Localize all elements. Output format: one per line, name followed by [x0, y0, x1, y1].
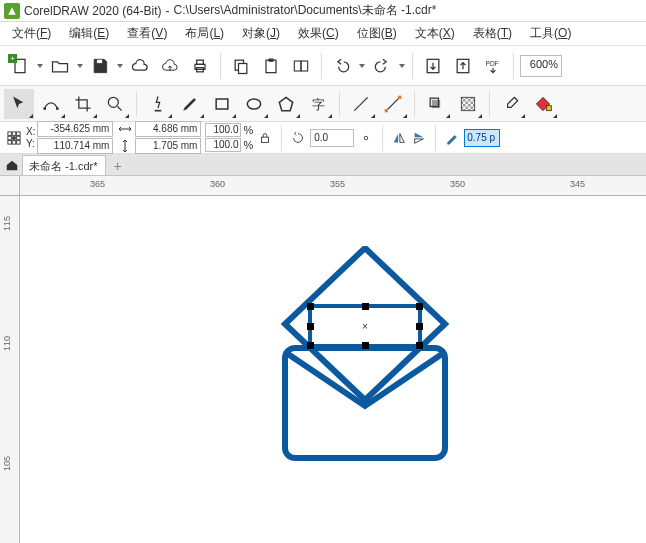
cloud-upload-button[interactable]: [156, 52, 184, 80]
app-logo-icon: [4, 3, 20, 19]
x-position-input[interactable]: -354.625 mm: [37, 121, 113, 137]
handle-top-middle[interactable]: [362, 303, 369, 310]
x-label: X:: [26, 126, 35, 137]
polygon-tool[interactable]: [271, 89, 301, 119]
svg-rect-13: [44, 107, 47, 110]
undo-dropdown[interactable]: [358, 52, 366, 80]
svg-text:PDF: PDF: [486, 60, 499, 67]
new-document-button[interactable]: +: [6, 52, 34, 80]
svg-rect-36: [17, 140, 21, 144]
object-origin-icon[interactable]: [6, 130, 22, 146]
open-button[interactable]: [46, 52, 74, 80]
svg-rect-28: [8, 131, 12, 135]
property-bar: X: Y: -354.625 mm 110.714 mm 4.686 mm 1.…: [0, 122, 646, 154]
document-tab-active[interactable]: 未命名 -1.cdr*: [22, 155, 106, 175]
svg-rect-31: [8, 136, 12, 140]
save-button[interactable]: [86, 52, 114, 80]
open-dropdown[interactable]: [76, 52, 84, 80]
svg-rect-8: [294, 61, 301, 71]
y-position-input[interactable]: 110.714 mm: [37, 138, 113, 154]
pick-tool[interactable]: [4, 89, 34, 119]
handle-middle-right[interactable]: [416, 323, 423, 330]
svg-rect-29: [12, 131, 16, 135]
menu-tools[interactable]: 工具(O): [522, 22, 579, 45]
lock-ratio-button[interactable]: [257, 130, 273, 146]
y-label: Y:: [26, 138, 35, 149]
import-button[interactable]: [419, 52, 447, 80]
redo-button[interactable]: [368, 52, 396, 80]
handle-top-right[interactable]: [416, 303, 423, 310]
save-dropdown[interactable]: [116, 52, 124, 80]
canvas[interactable]: ×: [20, 196, 646, 543]
svg-rect-34: [8, 140, 12, 144]
menu-layout[interactable]: 布局(L): [177, 22, 232, 45]
interactive-fill-tool[interactable]: [528, 89, 558, 119]
menu-table[interactable]: 表格(T): [465, 22, 520, 45]
outline-width-input[interactable]: 0.75 p: [464, 129, 500, 147]
publish-pdf-button[interactable]: PDF: [479, 52, 507, 80]
handle-top-left[interactable]: [307, 303, 314, 310]
add-tab-button[interactable]: +: [108, 157, 126, 175]
zoom-tool[interactable]: [100, 89, 130, 119]
svg-rect-14: [56, 107, 59, 110]
menu-text[interactable]: 文本(X): [407, 22, 463, 45]
width-input[interactable]: 4.686 mm: [135, 121, 201, 137]
scale-y-input[interactable]: 100.0: [205, 138, 241, 152]
svg-rect-30: [17, 131, 21, 135]
menu-view[interactable]: 查看(V): [119, 22, 175, 45]
handle-bottom-left[interactable]: [307, 342, 314, 349]
cloud-button[interactable]: [126, 52, 154, 80]
handle-bottom-right[interactable]: [416, 342, 423, 349]
copy-button[interactable]: [227, 52, 255, 80]
home-icon[interactable]: [4, 157, 20, 173]
duplicate-button[interactable]: [287, 52, 315, 80]
svg-rect-2: [197, 60, 204, 64]
handle-middle-left[interactable]: [307, 323, 314, 330]
width-icon: [117, 121, 133, 137]
connector-tool[interactable]: [378, 89, 408, 119]
shape-tool[interactable]: [36, 89, 66, 119]
ellipse-tool[interactable]: [239, 89, 269, 119]
drop-shadow-tool[interactable]: [421, 89, 451, 119]
eyedropper-tool[interactable]: [496, 89, 526, 119]
menu-edit[interactable]: 编辑(E): [61, 22, 117, 45]
menu-effect[interactable]: 效果(C): [290, 22, 347, 45]
menu-file[interactable]: 文件(F): [4, 22, 59, 45]
scale-x-input[interactable]: 100.0: [205, 123, 241, 137]
text-tool[interactable]: 字: [303, 89, 333, 119]
tab-label: 未命名 -1.cdr*: [29, 159, 97, 174]
menu-object[interactable]: 对象(J): [234, 22, 288, 45]
workspace: 365 360 355 350 345 115 110 105: [0, 176, 646, 543]
rotation-center-icon[interactable]: [358, 130, 374, 146]
height-input[interactable]: 1.705 mm: [135, 138, 201, 154]
export-button[interactable]: [449, 52, 477, 80]
crop-tool[interactable]: [68, 89, 98, 119]
new-document-dropdown[interactable]: [36, 52, 44, 80]
transparency-tool[interactable]: [453, 89, 483, 119]
svg-point-17: [247, 99, 260, 109]
menu-bitmap[interactable]: 位图(B): [349, 22, 405, 45]
ruler-horizontal[interactable]: 365 360 355 350 345: [20, 176, 646, 196]
svg-rect-7: [269, 58, 274, 61]
artistic-media-tool[interactable]: [175, 89, 205, 119]
ruler-corner[interactable]: [0, 176, 20, 196]
standard-toolbar: + PDF 600%: [0, 46, 646, 86]
undo-button[interactable]: [328, 52, 356, 80]
zoom-level-input[interactable]: 600%: [520, 55, 562, 77]
mirror-horizontal-button[interactable]: [391, 130, 407, 146]
outline-pen-icon[interactable]: [444, 130, 460, 146]
redo-dropdown[interactable]: [398, 52, 406, 80]
paste-button[interactable]: [257, 52, 285, 80]
rectangle-tool[interactable]: [207, 89, 237, 119]
freehand-tool[interactable]: [143, 89, 173, 119]
selection-bounds[interactable]: ×: [310, 306, 420, 346]
print-button[interactable]: [186, 52, 214, 80]
parallel-dimension-tool[interactable]: [346, 89, 376, 119]
menu-bar: 文件(F) 编辑(E) 查看(V) 布局(L) 对象(J) 效果(C) 位图(B…: [0, 22, 646, 46]
mirror-vertical-button[interactable]: [411, 130, 427, 146]
handle-bottom-middle[interactable]: [362, 342, 369, 349]
rotation-input[interactable]: 0.0: [310, 129, 354, 147]
svg-rect-33: [17, 136, 21, 140]
ruler-vertical[interactable]: 115 110 105: [0, 196, 20, 543]
selection-center-icon: ×: [362, 321, 368, 332]
